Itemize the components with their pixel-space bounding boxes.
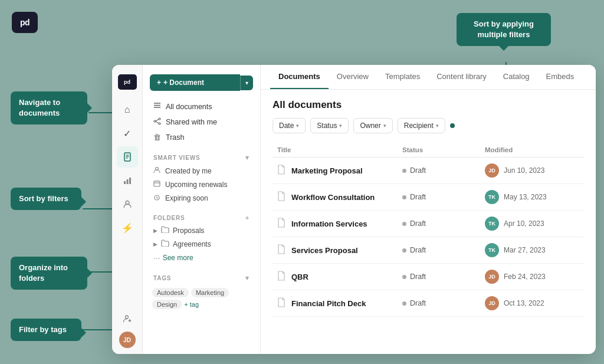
doc-title-cell-3: Services Proposal <box>277 244 402 256</box>
table-row[interactable]: Workflow Consultation Draft TK May 13, 2… <box>273 184 584 211</box>
folder-proposals[interactable]: ▶ Proposals <box>150 224 253 237</box>
avatar-2: TK <box>485 217 499 231</box>
nav-all-docs-label: All documents <box>166 103 212 111</box>
nav-trash[interactable]: 🗑 Trash <box>150 130 253 145</box>
table-row[interactable]: Financial Pitch Deck Draft JD Oct 13, 20… <box>273 290 584 317</box>
nav-section-main: All documents Shared with me 🗑 Trash <box>143 99 260 145</box>
doc-title-cell-2: Information Services <box>277 218 402 229</box>
sidebar-icon-lightning[interactable]: ⚡ <box>117 217 138 238</box>
doc-name-5: Financial Pitch Deck <box>291 299 366 308</box>
date-caret: ▾ <box>296 123 299 129</box>
user-avatar-icon[interactable]: JD <box>119 332 136 348</box>
filter-owner[interactable]: Owner ▾ <box>353 118 392 133</box>
svg-line-17 <box>156 119 159 121</box>
smart-views-section: SMART VIEWS ▾ Created by me <box>143 149 260 205</box>
table-row[interactable]: Marketing Proposal Draft JD Jun 10, 2023 <box>273 158 584 184</box>
callout-filter-tags: Filter by tags <box>11 319 81 341</box>
main-content: Documents Overview Templates Content lib… <box>261 65 596 354</box>
nav-shared-with-me[interactable]: Shared with me <box>150 114 253 130</box>
new-document-button[interactable]: + + Document <box>150 74 240 91</box>
tags-collapse[interactable]: ▾ <box>245 274 250 282</box>
new-document-dropdown[interactable]: ▾ <box>240 76 253 90</box>
tab-templates[interactable]: Templates <box>377 65 428 89</box>
folder-arrow-agreements: ▶ <box>153 241 157 247</box>
avatar-4: JD <box>485 270 499 284</box>
tag-add-button[interactable]: + tag <box>184 300 199 309</box>
doc-name-0: Marketing Proposal <box>291 166 363 175</box>
tab-embeds[interactable]: Embeds <box>538 65 583 89</box>
folders-section: FOLDERS + ▶ Proposals ▶ Ag <box>143 209 260 265</box>
avatar-1: TK <box>485 190 499 204</box>
sidebar-bottom: JD <box>117 308 138 348</box>
smart-view-created-by-me[interactable]: Created by me <box>150 164 253 178</box>
status-caret: ▾ <box>339 123 342 129</box>
tab-content-library[interactable]: Content library <box>428 65 495 89</box>
tag-design[interactable]: Design <box>152 300 182 309</box>
filter-active-indicator <box>450 123 455 128</box>
doc-title-cell-0: Marketing Proposal <box>277 165 402 176</box>
smart-view-expiring-soon[interactable]: Expiring soon <box>150 191 253 205</box>
connector-filter-tags <box>83 329 112 330</box>
tab-catalog[interactable]: Catalog <box>495 65 538 89</box>
sidebar-icon-home[interactable]: ⌂ <box>117 99 138 120</box>
smart-view-upcoming-renewals[interactable]: Upcoming renewals <box>150 178 253 191</box>
status-dot-2 <box>402 222 406 226</box>
table-row[interactable]: Services Proposal Draft TK Mar 27, 2023 <box>273 237 584 264</box>
recipient-caret: ▾ <box>436 123 439 129</box>
svg-point-14 <box>159 118 160 120</box>
callout-navigate: Navigate to documents <box>11 91 87 124</box>
owner-caret: ▾ <box>383 123 386 129</box>
tab-documents[interactable]: Documents <box>270 65 329 89</box>
documents-table: Title Status Modified Marketing Proposa <box>273 143 584 317</box>
folder-agreements[interactable]: ▶ Agreements <box>150 237 253 251</box>
tab-overview[interactable]: Overview <box>329 65 377 89</box>
tag-marketing[interactable]: Marketing <box>191 288 229 297</box>
folder-arrow-proposals: ▶ <box>153 228 157 234</box>
add-user-icon[interactable] <box>117 308 138 329</box>
status-cell-3: Draft <box>402 246 485 254</box>
sidebar-icon-check[interactable]: ✓ <box>117 123 138 144</box>
share-icon <box>153 117 161 127</box>
header-title: Title <box>277 146 402 153</box>
sidebar-icon-chart[interactable] <box>117 170 138 191</box>
folder-icon-agreements <box>161 240 169 248</box>
callout-sort-filters: Sort by filters <box>11 188 81 210</box>
table-row[interactable]: Information Services Draft TK Apr 10, 20… <box>273 211 584 237</box>
smart-views-collapse[interactable]: ▾ <box>245 154 250 162</box>
doc-title-cell-4: QBR <box>277 271 402 283</box>
tags-container: Autodesk Marketing Design + tag <box>150 284 253 313</box>
status-dot-5 <box>402 301 406 306</box>
status-cell-5: Draft <box>402 299 485 307</box>
svg-rect-6 <box>129 178 131 184</box>
modified-cell-3: TK Mar 27, 2023 <box>485 243 579 257</box>
doc-title-cell-5: Financial Pitch Deck <box>277 297 402 309</box>
modified-cell-4: JD Feb 24, 2023 <box>485 270 579 284</box>
filter-status[interactable]: Status ▾ <box>310 118 349 133</box>
table-row[interactable]: QBR Draft JD Feb 24, 2023 <box>273 264 584 290</box>
avatar-3: TK <box>485 243 499 257</box>
app-logo: pd <box>12 12 38 33</box>
content-area: All documents Date ▾ Status ▾ Owner ▾ Re… <box>261 90 596 354</box>
page-title: All documents <box>273 99 584 111</box>
filter-recipient[interactable]: Recipient ▾ <box>398 118 445 133</box>
folders-header: FOLDERS + <box>150 209 253 224</box>
see-more-folders[interactable]: ··· See more <box>150 251 253 265</box>
tag-autodesk[interactable]: Autodesk <box>152 288 189 297</box>
filter-bar: Date ▾ Status ▾ Owner ▾ Recipient ▾ <box>273 118 584 133</box>
svg-point-15 <box>159 123 160 124</box>
sidebar-icon-user[interactable] <box>117 194 138 215</box>
filter-date[interactable]: Date ▾ <box>273 118 306 133</box>
icon-sidebar: pd ⌂ ✓ ⚡ <box>112 65 143 354</box>
doc-name-4: QBR <box>291 273 308 281</box>
doc-name-3: Services Proposal <box>291 246 358 255</box>
doc-file-icon-0 <box>277 165 285 176</box>
add-folder-icon[interactable]: + <box>245 214 250 221</box>
expiring-icon <box>153 194 160 202</box>
tags-header: TAGS ▾ <box>150 270 253 284</box>
tags-section: TAGS ▾ Autodesk Marketing Design + tag <box>143 270 260 313</box>
sidebar-icon-document[interactable] <box>117 146 138 168</box>
status-dot-3 <box>402 248 406 252</box>
status-cell-2: Draft <box>402 219 485 228</box>
nav-all-documents[interactable]: All documents <box>150 99 253 114</box>
avatar-0: JD <box>485 163 499 178</box>
